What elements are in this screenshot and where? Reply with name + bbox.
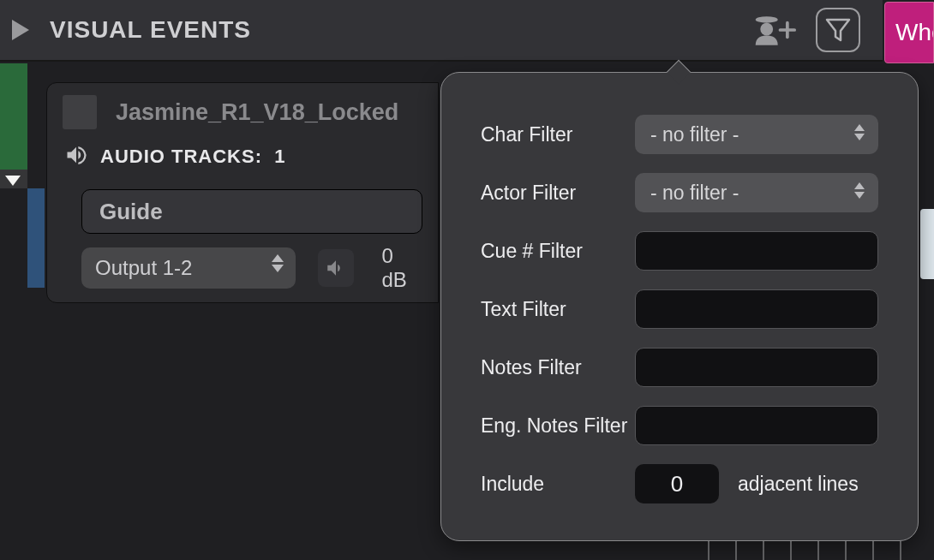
text-filter-input[interactable] [635,289,878,329]
project-row: Jasmine_R1_V18_Locked [63,95,422,129]
notes-filter-label: Notes Filter [481,356,635,379]
filter-popover: Char Filter - no filter - Actor Filter -… [440,72,919,541]
collapse-icon[interactable] [5,176,21,186]
tracks-panel: Jasmine_R1_V18_Locked AUDIO TRACKS: 1 Gu… [46,82,439,303]
header-bar: VISUAL EVENTS [0,0,883,62]
char-filter-row: Char Filter - no filter - [481,105,878,164]
include-suffix: adjacent lines [738,473,859,496]
actor-filter-label: Actor Filter [481,182,635,205]
guide-track-label: Guide [99,199,163,225]
audio-tracks-header: AUDIO TRACKS: 1 [63,143,422,170]
audio-tracks-label: AUDIO TRACKS: 1 [100,146,285,168]
chevron-updown-icon [854,124,865,140]
cue-filter-label: Cue # Filter [481,240,635,263]
char-filter-label: Char Filter [481,123,635,146]
speaker-icon [64,143,88,170]
cue-filter-row: Cue # Filter [481,222,878,280]
include-label: Include [481,473,635,496]
output-select[interactable]: Output 1-2 [81,247,296,289]
output-level: 0 dB [381,244,422,292]
notes-filter-input[interactable] [635,348,878,387]
svg-point-1 [760,23,773,36]
eng-notes-filter-label: Eng. Notes Filter [481,414,635,438]
track-gutter-green[interactable] [0,63,27,188]
add-actor-button[interactable] [752,8,797,52]
guide-track-row[interactable]: Guide [81,189,422,234]
chevron-updown-icon [854,182,865,199]
waveform-sliver [920,209,934,279]
output-select-value: Output 1-2 [95,256,192,280]
header-tools [752,8,883,52]
track-gutter-blue [27,188,45,288]
text-filter-label: Text Filter [481,298,635,321]
chevron-updown-icon [272,254,284,272]
eng-notes-filter-row: Eng. Notes Filter [481,396,878,455]
cue-filter-input[interactable] [635,231,878,271]
svg-point-0 [756,16,778,22]
filter-button[interactable] [816,8,860,52]
actor-filter-select[interactable]: - no filter - [635,173,878,212]
text-filter-row: Text Filter [481,280,878,338]
actor-filter-row: Actor Filter - no filter - [481,164,878,222]
output-row: Output 1-2 0 dB [81,244,422,292]
popover-arrow [667,60,691,84]
timeline-ruler-ticks [708,541,901,560]
notes-filter-row: Notes Filter [481,338,878,396]
play-icon[interactable] [12,20,29,40]
page-title: VISUAL EVENTS [50,16,251,44]
eng-notes-filter-input[interactable] [635,406,878,445]
mute-button[interactable] [318,249,354,287]
include-number-input[interactable]: 0 [635,464,719,503]
project-name: Jasmine_R1_V18_Locked [116,99,398,126]
char-filter-select[interactable]: - no filter - [635,115,878,154]
project-color-swatch[interactable] [63,95,97,129]
pink-action-button[interactable]: Whe [884,2,934,63]
include-row: Include 0 adjacent lines [481,455,878,513]
